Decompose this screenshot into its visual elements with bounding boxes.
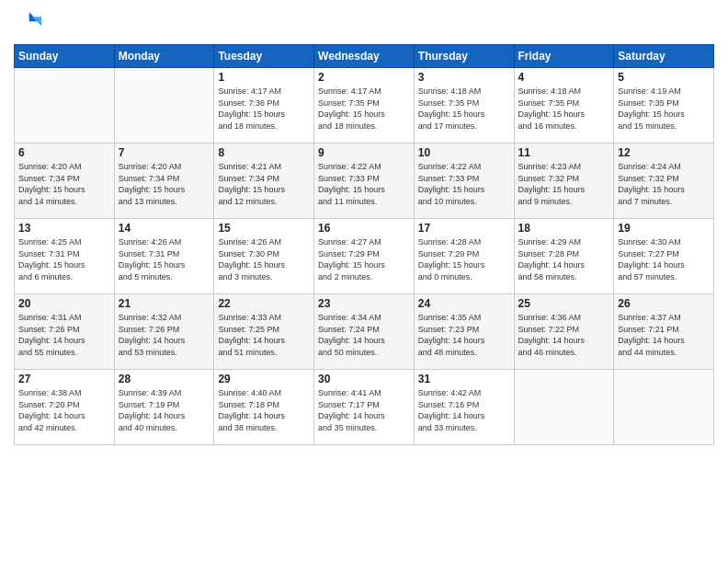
day-number: 25 xyxy=(518,297,610,310)
calendar-week: 13Sunrise: 4:25 AM Sunset: 7:31 PM Dayli… xyxy=(15,219,714,294)
day-info: Sunrise: 4:41 AM Sunset: 7:17 PM Dayligh… xyxy=(318,387,410,433)
day-info: Sunrise: 4:22 AM Sunset: 7:33 PM Dayligh… xyxy=(418,161,510,207)
day-info: Sunrise: 4:19 AM Sunset: 7:35 PM Dayligh… xyxy=(618,86,710,132)
day-info: Sunrise: 4:39 AM Sunset: 7:19 PM Dayligh… xyxy=(119,387,210,433)
calendar: SundayMondayTuesdayWednesdayThursdayFrid… xyxy=(14,44,714,445)
calendar-cell: 20Sunrise: 4:31 AM Sunset: 7:26 PM Dayli… xyxy=(15,294,115,370)
logo-icon xyxy=(14,9,41,37)
calendar-cell: 31Sunrise: 4:42 AM Sunset: 7:16 PM Dayli… xyxy=(414,370,514,445)
day-number: 12 xyxy=(618,146,710,159)
day-number: 23 xyxy=(318,297,410,310)
day-number: 3 xyxy=(418,71,510,84)
day-number: 30 xyxy=(318,373,410,385)
header xyxy=(14,9,714,37)
calendar-cell: 18Sunrise: 4:29 AM Sunset: 7:28 PM Dayli… xyxy=(514,219,614,294)
day-number: 18 xyxy=(518,222,610,235)
day-number: 28 xyxy=(119,373,210,385)
calendar-cell xyxy=(15,68,115,144)
day-number: 4 xyxy=(518,71,610,84)
calendar-body: 1Sunrise: 4:17 AM Sunset: 7:36 PM Daylig… xyxy=(15,68,714,445)
day-info: Sunrise: 4:28 AM Sunset: 7:29 PM Dayligh… xyxy=(418,236,510,282)
calendar-cell: 5Sunrise: 4:19 AM Sunset: 7:35 PM Daylig… xyxy=(614,68,714,144)
day-info: Sunrise: 4:17 AM Sunset: 7:35 PM Dayligh… xyxy=(318,86,410,132)
day-number: 10 xyxy=(418,146,510,159)
day-info: Sunrise: 4:23 AM Sunset: 7:32 PM Dayligh… xyxy=(518,161,610,207)
day-info: Sunrise: 4:22 AM Sunset: 7:33 PM Dayligh… xyxy=(318,161,410,207)
day-number: 27 xyxy=(18,373,110,385)
page: SundayMondayTuesdayWednesdayThursdayFrid… xyxy=(0,0,728,563)
day-number: 9 xyxy=(318,146,410,159)
day-number: 19 xyxy=(618,222,710,235)
calendar-header: SundayMondayTuesdayWednesdayThursdayFrid… xyxy=(15,45,714,68)
day-number: 16 xyxy=(318,222,410,235)
day-number: 22 xyxy=(218,297,310,310)
calendar-cell xyxy=(514,370,614,445)
day-info: Sunrise: 4:40 AM Sunset: 7:18 PM Dayligh… xyxy=(218,387,310,433)
calendar-cell: 15Sunrise: 4:26 AM Sunset: 7:30 PM Dayli… xyxy=(214,219,314,294)
calendar-cell: 1Sunrise: 4:17 AM Sunset: 7:36 PM Daylig… xyxy=(214,68,314,144)
day-header: Sunday xyxy=(15,45,115,68)
calendar-week: 1Sunrise: 4:17 AM Sunset: 7:36 PM Daylig… xyxy=(15,68,714,144)
calendar-cell: 8Sunrise: 4:21 AM Sunset: 7:34 PM Daylig… xyxy=(214,144,314,219)
day-info: Sunrise: 4:34 AM Sunset: 7:24 PM Dayligh… xyxy=(318,312,410,358)
day-number: 13 xyxy=(18,222,110,235)
day-info: Sunrise: 4:26 AM Sunset: 7:31 PM Dayligh… xyxy=(119,236,210,282)
day-header: Saturday xyxy=(614,45,714,68)
calendar-cell: 27Sunrise: 4:38 AM Sunset: 7:20 PM Dayli… xyxy=(15,370,115,445)
calendar-cell: 6Sunrise: 4:20 AM Sunset: 7:34 PM Daylig… xyxy=(15,144,115,219)
calendar-cell: 16Sunrise: 4:27 AM Sunset: 7:29 PM Dayli… xyxy=(314,219,415,294)
calendar-week: 6Sunrise: 4:20 AM Sunset: 7:34 PM Daylig… xyxy=(15,144,714,219)
day-number: 15 xyxy=(218,222,310,235)
day-info: Sunrise: 4:32 AM Sunset: 7:26 PM Dayligh… xyxy=(119,312,210,358)
calendar-cell: 7Sunrise: 4:20 AM Sunset: 7:34 PM Daylig… xyxy=(114,144,214,219)
day-header: Friday xyxy=(514,45,614,68)
day-info: Sunrise: 4:18 AM Sunset: 7:35 PM Dayligh… xyxy=(518,86,610,132)
logo xyxy=(14,9,45,37)
calendar-cell: 26Sunrise: 4:37 AM Sunset: 7:21 PM Dayli… xyxy=(614,294,714,370)
day-number: 14 xyxy=(119,222,210,235)
calendar-cell: 11Sunrise: 4:23 AM Sunset: 7:32 PM Dayli… xyxy=(514,144,614,219)
day-number: 1 xyxy=(218,71,310,84)
calendar-cell: 14Sunrise: 4:26 AM Sunset: 7:31 PM Dayli… xyxy=(114,219,214,294)
calendar-cell: 2Sunrise: 4:17 AM Sunset: 7:35 PM Daylig… xyxy=(314,68,415,144)
calendar-cell: 28Sunrise: 4:39 AM Sunset: 7:19 PM Dayli… xyxy=(114,370,214,445)
day-number: 21 xyxy=(119,297,210,310)
day-info: Sunrise: 4:20 AM Sunset: 7:34 PM Dayligh… xyxy=(119,161,210,207)
day-info: Sunrise: 4:18 AM Sunset: 7:35 PM Dayligh… xyxy=(418,86,510,132)
day-info: Sunrise: 4:33 AM Sunset: 7:25 PM Dayligh… xyxy=(218,312,310,358)
day-info: Sunrise: 4:21 AM Sunset: 7:34 PM Dayligh… xyxy=(218,161,310,207)
calendar-cell: 22Sunrise: 4:33 AM Sunset: 7:25 PM Dayli… xyxy=(214,294,314,370)
day-info: Sunrise: 4:35 AM Sunset: 7:23 PM Dayligh… xyxy=(418,312,510,358)
day-info: Sunrise: 4:24 AM Sunset: 7:32 PM Dayligh… xyxy=(618,161,710,207)
calendar-cell: 12Sunrise: 4:24 AM Sunset: 7:32 PM Dayli… xyxy=(614,144,714,219)
day-header: Tuesday xyxy=(214,45,314,68)
day-number: 6 xyxy=(18,146,110,159)
day-info: Sunrise: 4:30 AM Sunset: 7:27 PM Dayligh… xyxy=(618,236,710,282)
calendar-cell: 24Sunrise: 4:35 AM Sunset: 7:23 PM Dayli… xyxy=(414,294,514,370)
day-number: 20 xyxy=(18,297,110,310)
day-number: 11 xyxy=(518,146,610,159)
calendar-cell: 17Sunrise: 4:28 AM Sunset: 7:29 PM Dayli… xyxy=(414,219,514,294)
day-number: 5 xyxy=(618,71,710,84)
calendar-cell: 4Sunrise: 4:18 AM Sunset: 7:35 PM Daylig… xyxy=(514,68,614,144)
calendar-cell: 25Sunrise: 4:36 AM Sunset: 7:22 PM Dayli… xyxy=(514,294,614,370)
day-number: 17 xyxy=(418,222,510,235)
day-info: Sunrise: 4:25 AM Sunset: 7:31 PM Dayligh… xyxy=(18,236,110,282)
day-info: Sunrise: 4:31 AM Sunset: 7:26 PM Dayligh… xyxy=(18,312,110,358)
day-number: 24 xyxy=(418,297,510,310)
calendar-week: 20Sunrise: 4:31 AM Sunset: 7:26 PM Dayli… xyxy=(15,294,714,370)
calendar-cell xyxy=(114,68,214,144)
day-header: Thursday xyxy=(414,45,514,68)
calendar-cell: 21Sunrise: 4:32 AM Sunset: 7:26 PM Dayli… xyxy=(114,294,214,370)
day-header: Wednesday xyxy=(314,45,415,68)
calendar-cell: 19Sunrise: 4:30 AM Sunset: 7:27 PM Dayli… xyxy=(614,219,714,294)
day-info: Sunrise: 4:37 AM Sunset: 7:21 PM Dayligh… xyxy=(618,312,710,358)
day-info: Sunrise: 4:26 AM Sunset: 7:30 PM Dayligh… xyxy=(218,236,310,282)
calendar-cell: 30Sunrise: 4:41 AM Sunset: 7:17 PM Dayli… xyxy=(314,370,415,445)
calendar-cell: 13Sunrise: 4:25 AM Sunset: 7:31 PM Dayli… xyxy=(15,219,115,294)
day-number: 8 xyxy=(218,146,310,159)
day-number: 29 xyxy=(218,373,310,385)
calendar-cell: 29Sunrise: 4:40 AM Sunset: 7:18 PM Dayli… xyxy=(214,370,314,445)
day-info: Sunrise: 4:20 AM Sunset: 7:34 PM Dayligh… xyxy=(18,161,110,207)
day-info: Sunrise: 4:38 AM Sunset: 7:20 PM Dayligh… xyxy=(18,387,110,433)
